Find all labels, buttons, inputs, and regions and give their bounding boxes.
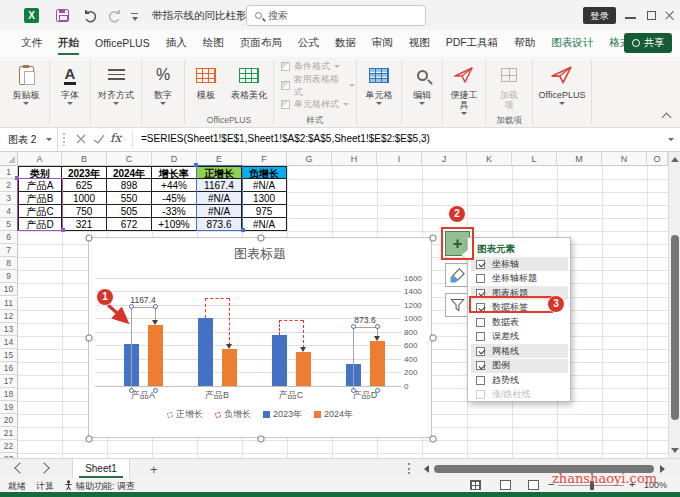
vertical-scroll-thumb[interactable] — [671, 235, 679, 420]
column-header-D[interactable]: D — [152, 152, 197, 166]
row-header-3[interactable]: 3 — [0, 192, 18, 205]
selection-handle[interactable] — [351, 388, 356, 393]
table-cell[interactable]: -45% — [152, 192, 197, 205]
column-header-N[interactable]: N — [602, 152, 647, 166]
row-header-8[interactable]: 8 — [0, 257, 18, 270]
row-header-17[interactable]: 17 — [0, 375, 18, 388]
chart-resize-handle[interactable] — [258, 436, 265, 443]
table-cell[interactable]: 321 — [62, 218, 107, 231]
table-cell[interactable]: 898 — [107, 179, 152, 192]
chart-legend[interactable]: 正增长负增长2023年2024年 — [89, 408, 431, 421]
table-cell[interactable]: 1000 — [62, 192, 107, 205]
table-cell[interactable]: #N/A — [197, 192, 242, 205]
range-handle[interactable] — [241, 228, 245, 232]
page-layout-view-icon[interactable] — [500, 480, 511, 490]
table-cell[interactable]: #N/A — [197, 205, 242, 218]
menu-item-网格线[interactable]: 网格线 — [471, 344, 568, 358]
range-handle[interactable] — [194, 163, 198, 167]
selection-handle[interactable] — [129, 388, 134, 393]
menu-item-误差线[interactable]: 误差线 — [471, 330, 568, 344]
selection-handle[interactable] — [375, 324, 380, 329]
table-cell[interactable]: 975 — [242, 205, 287, 218]
scrollbar-grip[interactable] — [408, 463, 410, 475]
checkbox-网格线[interactable] — [476, 347, 485, 356]
scroll-down-icon[interactable] — [671, 448, 679, 453]
selection-handle[interactable] — [351, 324, 356, 329]
page-break-view-icon[interactable] — [528, 480, 539, 490]
table-header-cell[interactable]: 2024年 — [107, 166, 152, 179]
row-header-18[interactable]: 18 — [0, 388, 18, 401]
column-header-M[interactable]: M — [557, 152, 602, 166]
row-header-4[interactable]: 4 — [0, 205, 18, 218]
column-header-A[interactable]: A — [18, 152, 62, 166]
range-handle[interactable] — [61, 228, 65, 232]
menu-item-坐标轴标题[interactable]: 坐标轴标题 — [471, 272, 568, 286]
chart-resize-handle[interactable] — [86, 235, 93, 242]
column-header-F[interactable]: F — [242, 152, 287, 166]
row-header-20[interactable]: 20 — [0, 414, 18, 427]
table-header-cell[interactable]: 类别 — [18, 166, 62, 179]
menu-item-数据表[interactable]: 数据表 — [471, 315, 568, 329]
chart-resize-handle[interactable] — [86, 335, 93, 342]
chart-resize-handle[interactable] — [258, 235, 265, 242]
table-cell[interactable]: -33% — [152, 205, 197, 218]
column-header-H[interactable]: H — [332, 152, 377, 166]
column-header-K[interactable]: K — [467, 152, 512, 166]
row-header-16[interactable]: 16 — [0, 362, 18, 375]
chart-resize-handle[interactable] — [430, 335, 437, 342]
vertical-scrollbar[interactable] — [668, 152, 680, 458]
bar-2024-产品C[interactable] — [296, 352, 311, 386]
table-header-cell[interactable]: 正增长 — [197, 166, 242, 179]
row-header-21[interactable]: 21 — [0, 427, 18, 440]
table-cell[interactable]: 1300 — [242, 192, 287, 205]
row-header-13[interactable]: 13 — [0, 323, 18, 336]
row-header-6[interactable]: 6 — [0, 231, 18, 244]
menu-item-坐标轴[interactable]: 坐标轴 — [471, 257, 568, 271]
legend-item-2023年[interactable]: 2023年 — [263, 408, 302, 421]
table-cell[interactable]: 1167.4 — [197, 179, 242, 192]
column-header-C[interactable]: C — [107, 152, 152, 166]
selection-handle[interactable] — [153, 304, 158, 309]
legend-item-负增长[interactable]: 负增长 — [215, 408, 251, 421]
checkbox-误差线[interactable] — [476, 332, 485, 341]
checkbox-图例[interactable] — [476, 361, 485, 370]
menu-item-图例[interactable]: 图例 — [471, 359, 568, 373]
table-cell[interactable]: 625 — [62, 179, 107, 192]
chart[interactable]: 图表标题 02004006008001000120014001600产品A产品B… — [88, 237, 432, 438]
table-cell[interactable]: 550 — [107, 192, 152, 205]
column-header-G[interactable]: G — [287, 152, 332, 166]
table-cell[interactable]: 505 — [107, 205, 152, 218]
chart-resize-handle[interactable] — [86, 436, 93, 443]
bar-2024-产品B[interactable] — [222, 349, 237, 386]
sheet-tab-sheet1[interactable]: Sheet1 — [72, 459, 130, 479]
column-header-I[interactable]: I — [377, 152, 422, 166]
table-cell[interactable]: 产品A — [18, 179, 62, 192]
chart-resize-handle[interactable] — [430, 235, 437, 242]
next-sheet-icon[interactable] — [38, 462, 49, 473]
table-cell[interactable]: 672 — [107, 218, 152, 231]
column-header-L[interactable]: L — [512, 152, 557, 166]
normal-view-icon[interactable] — [470, 480, 481, 490]
chart-title[interactable]: 图表标题 — [89, 245, 431, 263]
add-sheet-button[interactable]: + — [150, 462, 158, 477]
table-header-cell[interactable]: 负增长 — [242, 166, 287, 179]
column-header-O[interactable]: O — [647, 152, 668, 166]
menu-item-趋势线[interactable]: 趋势线 — [471, 373, 568, 387]
checkbox-坐标轴[interactable] — [476, 260, 485, 269]
row-header-9[interactable]: 9 — [0, 270, 18, 283]
row-header-22[interactable]: 22 — [0, 440, 18, 453]
select-all-corner[interactable] — [0, 152, 18, 166]
selection-handle[interactable] — [375, 388, 380, 393]
checkbox-数据表[interactable] — [476, 318, 485, 327]
table-cell[interactable]: 产品B — [18, 192, 62, 205]
chart-resize-handle[interactable] — [430, 436, 437, 443]
row-header-10[interactable]: 10 — [0, 283, 18, 296]
table-cell[interactable]: +44% — [152, 179, 197, 192]
table-header-cell[interactable]: 2023年 — [62, 166, 107, 179]
table-cell[interactable]: #N/A — [242, 179, 287, 192]
checkbox-坐标轴标题[interactable] — [476, 274, 485, 283]
checkbox-趋势线[interactable] — [476, 376, 485, 385]
table-cell[interactable]: #N/A — [242, 218, 287, 231]
selection-handle[interactable] — [153, 388, 158, 393]
scroll-right-icon[interactable] — [660, 465, 665, 473]
